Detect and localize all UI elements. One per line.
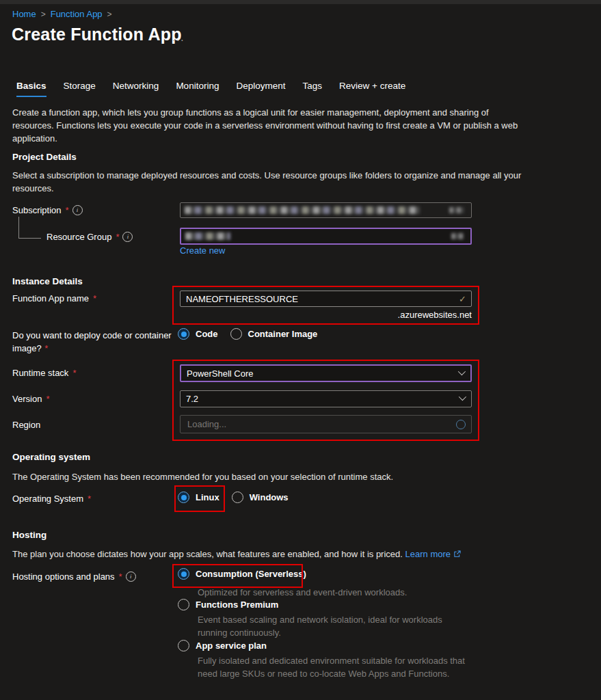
radio-code-label: Code <box>196 329 218 339</box>
deploy-question-label: Do you want to deploy code or container … <box>12 329 175 355</box>
radio-windows-label: Windows <box>250 492 289 502</box>
radio-windows[interactable]: Windows <box>232 492 289 503</box>
window-top-strip <box>0 0 601 4</box>
create-function-app-page: Home > Function App > Create Function Ap… <box>0 0 601 700</box>
radio-app-service-plan-label: App service plan <box>196 641 267 651</box>
runtime-stack-label-text: Runtime stack <box>12 368 68 378</box>
intro-text: Create a function app, which lets you gr… <box>12 106 528 145</box>
app-service-plan-description: Fully isolated and dedicated environment… <box>198 654 485 680</box>
required-asterisk: * <box>66 205 69 215</box>
radio-app-service-plan[interactable]: App service plan <box>178 640 267 651</box>
tab-networking[interactable]: Networking <box>113 81 159 97</box>
required-asterisk: * <box>116 232 119 242</box>
hosting-options-label-text: Hosting options and plans <box>12 571 115 582</box>
breadcrumb: Home > Function App > <box>12 9 112 19</box>
function-app-name-label-text: Function App name <box>12 293 89 304</box>
radio-container-image[interactable]: Container Image <box>230 328 318 340</box>
subscription-label-text: Subscription <box>12 205 62 215</box>
function-app-name-input[interactable] <box>180 291 472 307</box>
radio-linux[interactable]: Linux <box>178 492 219 503</box>
tab-basics[interactable]: Basics <box>16 81 46 97</box>
project-details-description: Select a subscription to manage deployed… <box>12 169 529 195</box>
radio-unselected-icon <box>178 640 189 651</box>
tab-monitoring[interactable]: Monitoring <box>176 81 219 97</box>
loading-spinner-icon <box>456 420 466 429</box>
region-input[interactable] <box>186 418 456 430</box>
redacted-dropdown-icon <box>449 207 464 213</box>
radio-selected-icon <box>178 328 189 340</box>
page-title: Create Function App <box>12 25 182 44</box>
radio-linux-label: Linux <box>196 492 219 502</box>
required-asterisk: * <box>72 368 76 378</box>
wizard-tabs: Basics Storage Networking Monitoring Dep… <box>16 81 405 97</box>
breadcrumb-home-link[interactable]: Home <box>12 9 36 19</box>
radio-consumption-label: Consumption (Serverless) <box>196 569 306 579</box>
region-field <box>180 415 472 433</box>
hosting-heading: Hosting <box>12 530 46 540</box>
consumption-description: Optimized for serverless and event-drive… <box>198 586 485 599</box>
required-asterisk: * <box>93 293 96 304</box>
radio-unselected-icon <box>230 328 242 340</box>
subscription-label: Subscription * i <box>12 205 83 215</box>
operating-system-description: The Operating System has been recommende… <box>12 470 532 483</box>
redacted-resource-group-value <box>185 232 230 240</box>
hosting-description-text: The plan you choose dictates how your ap… <box>12 549 403 559</box>
external-link-icon <box>453 550 461 558</box>
version-value: 7.2 <box>186 394 198 404</box>
tab-tags[interactable]: Tags <box>302 81 322 97</box>
version-select[interactable]: 7.2 <box>180 390 472 407</box>
radio-functions-premium[interactable]: Functions Premium <box>178 599 278 610</box>
region-label: Region <box>12 420 40 430</box>
instance-details-heading: Instance Details <box>12 276 83 286</box>
valid-check-icon: ✓ <box>459 294 466 304</box>
chevron-down-icon <box>459 393 466 401</box>
tab-review-create[interactable]: Review + create <box>339 81 405 97</box>
deploy-option-group: Code Container Image <box>178 328 317 340</box>
runtime-stack-select[interactable]: PowerShell Core <box>180 364 472 382</box>
radio-code[interactable]: Code <box>178 328 218 340</box>
breadcrumb-separator: > <box>41 10 46 19</box>
region-label-text: Region <box>12 420 40 430</box>
resource-group-select[interactable] <box>180 228 472 245</box>
breadcrumb-separator: > <box>107 10 112 19</box>
radio-unselected-icon <box>232 492 243 503</box>
domain-suffix: .azurewebsites.net <box>180 310 472 320</box>
function-app-name-label: Function App name * <box>12 293 96 304</box>
radio-unselected-icon <box>178 599 189 610</box>
required-asterisk: * <box>119 571 122 582</box>
tree-connector <box>18 217 41 239</box>
redacted-dropdown-icon <box>451 233 464 239</box>
create-new-link[interactable]: Create new <box>180 245 225 256</box>
operating-system-group: Linux Windows <box>178 492 289 503</box>
required-asterisk: * <box>88 494 91 504</box>
tab-storage[interactable]: Storage <box>64 81 96 97</box>
project-details-heading: Project Details <box>12 152 77 162</box>
radio-functions-premium-label: Functions Premium <box>196 600 278 610</box>
operating-system-label: Operating System * <box>12 494 91 504</box>
runtime-stack-value: PowerShell Core <box>187 368 254 379</box>
version-label-text: Version <box>12 394 42 404</box>
function-app-name-field: ✓ <box>180 291 472 307</box>
functions-premium-description: Event based scaling and network isolatio… <box>198 613 452 639</box>
tab-deployment[interactable]: Deployment <box>236 81 285 97</box>
resource-group-label: Resource Group * i <box>46 232 133 242</box>
radio-selected-icon <box>178 568 189 580</box>
version-label: Version * <box>12 394 49 404</box>
info-icon[interactable]: i <box>126 571 136 582</box>
redacted-subscription-value <box>185 206 420 214</box>
required-asterisk: * <box>44 343 48 353</box>
breadcrumb-function-app-link[interactable]: Function App <box>51 9 103 19</box>
hosting-options-label: Hosting options and plans * i <box>12 571 136 582</box>
more-actions-button[interactable]: ... <box>172 31 185 43</box>
info-icon[interactable]: i <box>122 232 133 242</box>
subscription-select[interactable] <box>180 202 472 218</box>
runtime-stack-label: Runtime stack * <box>12 368 76 378</box>
chevron-down-icon <box>458 367 466 375</box>
learn-more-link[interactable]: Learn more <box>405 549 451 559</box>
radio-container-image-label: Container Image <box>248 329 318 339</box>
radio-consumption-serverless[interactable]: Consumption (Serverless) <box>178 568 306 580</box>
required-asterisk: * <box>46 394 49 404</box>
deploy-question-text: Do you want to deploy code or container … <box>12 330 172 353</box>
info-icon[interactable]: i <box>72 205 83 215</box>
operating-system-label-text: Operating System <box>12 494 83 504</box>
